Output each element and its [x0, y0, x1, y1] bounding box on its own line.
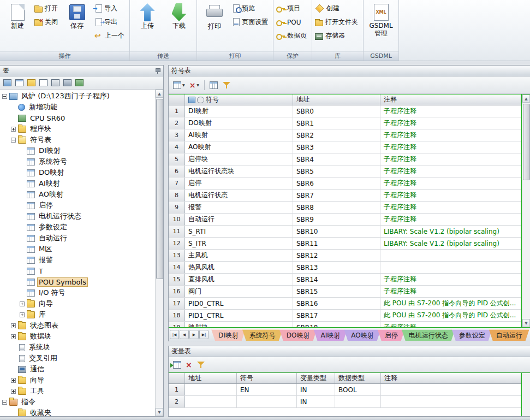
symbol-cell[interactable]: PID0_CTRL [185, 298, 293, 309]
comment-cell[interactable]: 子程序注释 [380, 274, 521, 285]
address-cell[interactable]: SBR1 [293, 117, 380, 129]
address-cell[interactable]: SBR15 [293, 286, 380, 297]
comment-cell[interactable]: 子程序注释 [380, 322, 521, 327]
var-type-column-header[interactable]: 变量类型 [297, 373, 335, 383]
address-cell[interactable]: SBR9 [293, 214, 380, 225]
symbol-table-row[interactable]: 4AO映射SBR3子程序注释 [169, 141, 521, 153]
tree-item-alarm[interactable]: 报警 [0, 255, 155, 265]
symbol-table-row[interactable]: 6电机运行状态块SBR5子程序注释 [169, 165, 521, 178]
data-type-cell[interactable] [335, 396, 381, 407]
comment-cell[interactable]: 子程序注释 [380, 214, 521, 225]
expand-icon[interactable] [11, 378, 16, 383]
insert-row-button[interactable] [208, 80, 219, 90]
comment-cell[interactable]: 子程序注释 [380, 190, 521, 201]
address-cell[interactable]: SBR7 [293, 190, 380, 201]
filter-button[interactable] [195, 360, 207, 370]
upload-button[interactable]: 上传 [132, 2, 163, 32]
tree-item-system-block[interactable]: 系统块 [0, 342, 155, 353]
symbol-cell[interactable]: PID1_CTRL [185, 310, 293, 321]
preview-button[interactable]: 预览 [230, 2, 271, 15]
print-button[interactable]: 打印 [199, 2, 230, 32]
collapse-icon[interactable] [2, 94, 7, 99]
comment-column-header[interactable]: 注释 [380, 94, 521, 105]
expand-icon[interactable] [20, 312, 25, 317]
tree-item-wizard-symbols[interactable]: 向导 [0, 298, 155, 309]
symbol-cell[interactable]: 启停 [185, 178, 293, 189]
lib-create-button[interactable]: 创建 [314, 2, 361, 15]
address-cell[interactable]: SBR6 [293, 178, 380, 189]
tree-item-ao-mapping[interactable]: AO映射 [0, 189, 155, 200]
symbol-cell[interactable]: 主风机 [185, 250, 293, 261]
address-cell[interactable]: SBR14 [293, 274, 380, 285]
address-cell[interactable] [185, 384, 237, 395]
address-cell[interactable]: SBR13 [293, 262, 380, 273]
comment-cell[interactable]: LIBARY: Scale V1.2 (bipolar scaling) [380, 238, 521, 249]
symbol-column-header[interactable]: 符号 [237, 373, 297, 383]
delete-variable-row-button[interactable]: × [184, 360, 194, 370]
expand-icon[interactable] [11, 323, 16, 328]
symbol-cell[interactable]: 映射块 [185, 322, 293, 327]
symbol-cell[interactable]: 热风风机 [185, 262, 293, 273]
download-button[interactable]: 下载 [163, 2, 195, 32]
tree-item-instructions[interactable]: 指令 [0, 397, 155, 407]
tree-item-system-symbols[interactable]: 系统符号 [0, 156, 155, 167]
export-button[interactable]: 导出 [93, 15, 128, 29]
address-cell[interactable]: SBR12 [293, 250, 380, 261]
comment-cell[interactable] [380, 262, 521, 273]
symbol-cell[interactable]: DO映射 [185, 117, 293, 129]
tree-item-m-area[interactable]: M区 [0, 244, 155, 255]
collapse-icon[interactable] [11, 138, 16, 143]
comment-column-header[interactable]: 注释 [381, 373, 521, 383]
expand-icon[interactable] [20, 301, 25, 306]
first-tab-button[interactable]: |◀ [170, 330, 179, 339]
comment-cell[interactable] [381, 396, 521, 407]
tree-scroll-thumb[interactable] [156, 99, 163, 279]
comment-cell[interactable]: LIBARY: Scale V1.2 (bipolar scaling) [380, 226, 521, 237]
data-block-nav-button[interactable] [38, 78, 49, 87]
symbol-table-row[interactable]: 2DO映射SBR1子程序注释 [169, 117, 521, 129]
symbol-cell[interactable]: 电机运行状态块 [185, 165, 293, 177]
scroll-up-icon[interactable]: ▲ [156, 90, 163, 98]
tree-item-symbol-table[interactable]: 符号表 [0, 134, 155, 145]
comment-cell[interactable]: 子程序注释 [380, 105, 521, 117]
symbol-table-row[interactable]: 11S_RTISBR10LIBARY: Scale V1.2 (bipolar … [169, 226, 521, 238]
insert-variable-row-button[interactable] [171, 360, 183, 370]
tree-item-t[interactable]: T [0, 265, 155, 276]
tree-item-project-root[interactable]: 风炉 (D:\123西门子子程序) [0, 91, 155, 102]
address-cell[interactable] [185, 396, 237, 407]
symbol-table-row[interactable]: 7启停SBR6子程序注释 [169, 178, 521, 190]
tree-item-pou-symbols[interactable]: POU Symbols [0, 276, 155, 287]
tree-item-data-block[interactable]: 数据块 [0, 331, 155, 342]
address-cell[interactable]: SBR8 [293, 202, 380, 213]
tree-item-cpu[interactable]: CPU SR60 [0, 113, 155, 123]
comment-cell[interactable]: 子程序注释 [380, 117, 521, 129]
insert-table-button[interactable]: ▼ [171, 80, 187, 90]
tree-item-communication[interactable]: 通信 [0, 364, 155, 375]
tree-item-cross-reference[interactable]: 交叉引用 [0, 353, 155, 364]
tree-item-di-mapping[interactable]: DI映射 [0, 145, 155, 156]
protect-pou-button[interactable]: POU [275, 15, 310, 29]
symbol-cell[interactable]: 直排风机 [185, 274, 293, 285]
sheet-tab-5[interactable]: 启停 [378, 329, 405, 341]
system-block-nav-button[interactable] [50, 78, 61, 87]
tree-item-tools[interactable]: 工具 [0, 386, 155, 397]
sheet-tab-3[interactable]: AI映射 [313, 329, 347, 341]
symbol-cell[interactable]: AI映射 [185, 129, 293, 141]
sheet-tab-4[interactable]: AO映射 [344, 329, 380, 341]
symbol-table-row[interactable]: 8电机运行状态SBR7子程序注释 [169, 190, 521, 202]
address-column-header[interactable]: 地址 [293, 94, 380, 105]
import-button[interactable]: 导入 [93, 2, 128, 15]
project-nav-button[interactable] [2, 78, 13, 87]
comment-cell[interactable]: 子程序注释 [380, 165, 521, 177]
var-type-cell[interactable]: IN [297, 396, 335, 407]
tree-scrollbar[interactable]: ▲ ▼ [155, 90, 163, 416]
lib-open-folder-button[interactable]: 打开文件夹 [314, 15, 361, 29]
symbol-cell[interactable]: AO映射 [185, 141, 293, 153]
tree-item-param-setting[interactable]: 参数设定 [0, 222, 155, 233]
sheet-tab-6[interactable]: 电机运行状态 [402, 329, 455, 341]
symbol-cell[interactable]: EN [237, 384, 297, 395]
tree-item-whats-new[interactable]: 新增功能 [0, 102, 155, 113]
delete-table-button[interactable]: × ▼ [188, 80, 201, 90]
address-cell[interactable]: SBR10 [293, 226, 380, 237]
symbol-cell[interactable]: S_ITR [185, 238, 293, 249]
